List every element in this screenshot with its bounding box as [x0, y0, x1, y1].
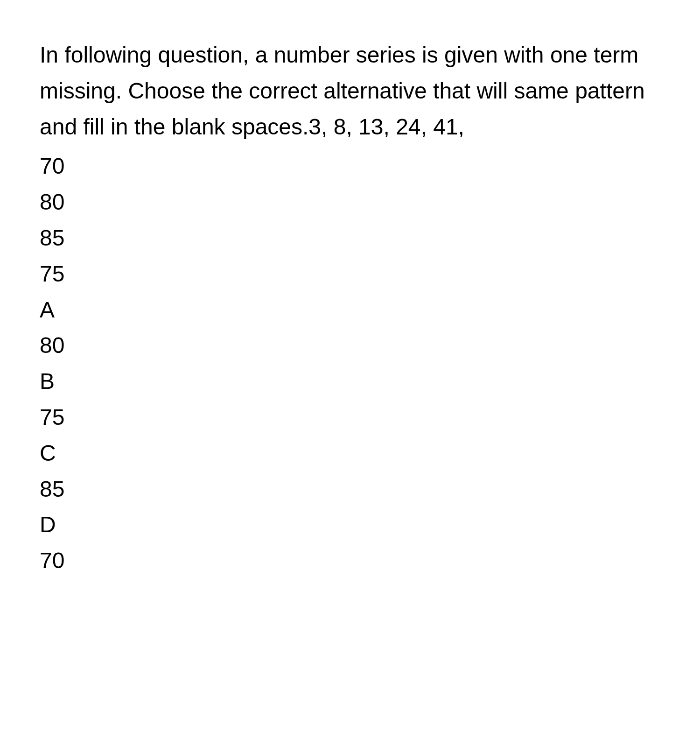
question-text: In following question, a number series i… — [40, 37, 660, 145]
option-label-c: C — [40, 436, 660, 472]
option-label-d: D — [40, 507, 660, 543]
initial-option: 70 — [40, 148, 660, 184]
initial-option: 75 — [40, 256, 660, 292]
initial-option: 80 — [40, 184, 660, 220]
option-value-c: 85 — [40, 472, 660, 507]
option-value-a: 80 — [40, 328, 660, 364]
initial-option: 85 — [40, 220, 660, 256]
option-label-b: B — [40, 364, 660, 400]
option-value-d: 70 — [40, 543, 660, 579]
option-value-b: 75 — [40, 400, 660, 436]
option-label-a: A — [40, 292, 660, 328]
